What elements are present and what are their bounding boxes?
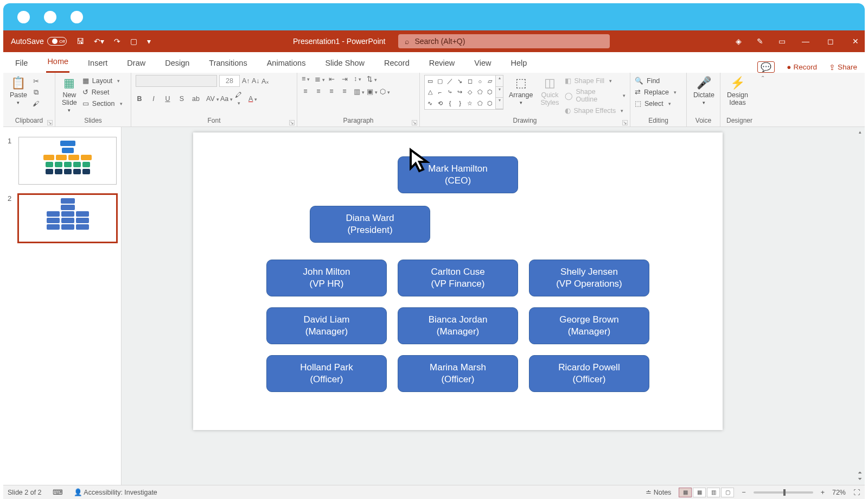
char-spacing-icon[interactable]: AV [206, 95, 214, 103]
tab-help[interactable]: Help [509, 54, 528, 73]
find-button[interactable]: 🔍 Find [635, 76, 660, 85]
align-right-icon[interactable]: ≡ [328, 87, 335, 96]
org-box-officer-2[interactable]: Marina Marsh(Officer) [398, 355, 518, 392]
accessibility-status[interactable]: 👤 Accessibility: Investigate [74, 488, 157, 496]
format-painter-icon[interactable]: 🖌 [33, 100, 40, 108]
text-direction-icon[interactable]: ⇅ [367, 75, 374, 83]
strike-icon[interactable]: S [178, 95, 186, 103]
slideshow-view-icon[interactable]: ▢ [721, 488, 734, 497]
fit-window-icon[interactable]: ⛶ [853, 489, 860, 496]
increase-font-icon[interactable]: A↑ [242, 77, 250, 85]
shape-outline-button[interactable]: ◯ Shape Outline [565, 87, 626, 104]
shapes-scroll[interactable]: ▴▾▾ [496, 75, 503, 110]
reset-button[interactable]: ↺ Reset [82, 87, 123, 97]
decrease-font-icon[interactable]: A↓ [252, 77, 259, 85]
redo-icon[interactable]: ↷ [114, 37, 120, 46]
tab-record[interactable]: Record [383, 54, 411, 73]
select-button[interactable]: ⬚ Select [635, 99, 671, 108]
bold-icon[interactable]: B [136, 95, 143, 103]
shapes-gallery[interactable]: ▭▢／↘◻○▱ △⌐⤷↪◇⬠⬡ ∿⟲{}☆⬠⬡ [424, 75, 496, 110]
org-box-officer-3[interactable]: Ricardo Powell(Officer) [529, 355, 649, 392]
tab-slideshow[interactable]: Slide Show [324, 54, 366, 73]
language-icon[interactable]: ⌨ [53, 488, 63, 496]
drawing-launcher[interactable]: ↘ [622, 120, 628, 125]
font-size-select[interactable]: 28 [219, 75, 240, 87]
bullets-icon[interactable]: ≡ [302, 75, 309, 83]
org-box-vp-ops[interactable]: Shelly Jensen(VP Operations) [529, 260, 649, 296]
increase-indent-icon[interactable]: ⇥ [341, 75, 348, 83]
comments-icon[interactable]: 💬 [757, 61, 775, 73]
layout-button[interactable]: ▦ Layout [82, 76, 123, 85]
paragraph-launcher[interactable]: ↘ [412, 120, 417, 125]
notes-button[interactable]: ≐ Notes [646, 488, 671, 496]
design-ideas-button[interactable]: ⚡ Design Ideas [725, 75, 750, 108]
org-box-officer-1[interactable]: Holland Park(Officer) [266, 355, 387, 392]
undo-icon[interactable]: ↶▾ [94, 37, 104, 46]
decrease-indent-icon[interactable]: ⇤ [328, 75, 335, 83]
change-case-icon[interactable]: Aa [220, 95, 228, 103]
slide-thumbnail-2[interactable] [18, 194, 117, 242]
paste-button[interactable]: 📋 Paste ▾ [8, 75, 29, 106]
qat-more-icon[interactable]: ▾ [147, 37, 151, 46]
mac-close-dot[interactable] [17, 11, 30, 23]
next-slide-icon[interactable]: ⏷ [856, 476, 864, 483]
columns-icon[interactable]: ▥ [354, 87, 361, 96]
vertical-scrollbar[interactable]: ▴ ⏶ ⏷ [856, 129, 864, 483]
org-box-mgr-1[interactable]: David Liam(Manager) [266, 307, 387, 344]
italic-icon[interactable]: I [150, 95, 157, 103]
zoom-out-icon[interactable]: − [742, 489, 745, 496]
share-button[interactable]: ⇪ Share [829, 63, 857, 72]
tab-transitions[interactable]: Transitions [208, 54, 248, 73]
cut-icon[interactable]: ✂ [33, 77, 40, 85]
tab-insert[interactable]: Insert [87, 54, 108, 73]
reading-view-icon[interactable]: ▥ [707, 488, 720, 497]
org-box-president[interactable]: Diana Ward (President) [310, 206, 430, 243]
section-button[interactable]: ▭ Section [82, 99, 123, 108]
maximize-button[interactable]: ◻ [826, 37, 835, 46]
shadow-icon[interactable]: ab [192, 95, 200, 103]
collapse-ribbon-icon[interactable]: ⌃ [761, 75, 765, 81]
record-button[interactable]: ● Record [787, 63, 817, 71]
copy-icon[interactable]: ⧉ [33, 89, 40, 97]
clipboard-launcher[interactable]: ↘ [47, 120, 53, 125]
line-spacing-icon[interactable]: ↕ [354, 75, 361, 83]
font-launcher[interactable]: ↘ [289, 120, 295, 125]
tab-review[interactable]: Review [428, 54, 456, 73]
slide-counter[interactable]: Slide 2 of 2 [8, 489, 42, 496]
smartart-icon[interactable]: ⬡ [380, 87, 387, 96]
tab-file[interactable]: File [14, 54, 29, 73]
zoom-slider[interactable] [754, 491, 813, 494]
org-box-mgr-3[interactable]: George Brown(Manager) [529, 307, 649, 344]
new-slide-button[interactable]: ▦ New Slide ▾ [60, 75, 79, 114]
diamond-icon[interactable]: ◈ [736, 37, 742, 46]
slide-thumbnail-1[interactable] [18, 137, 117, 185]
org-box-vp-hr[interactable]: John Milton(VP HR) [266, 260, 387, 296]
quick-styles-button[interactable]: ◫ Quick Styles [538, 75, 561, 108]
mac-zoom-dot[interactable] [71, 11, 83, 23]
slide-canvas[interactable]: Mark Hamilton (CEO) Diana Ward (Presiden… [193, 132, 723, 430]
shape-effects-button[interactable]: ◐ Shape Effects [565, 106, 626, 115]
mac-minimize-dot[interactable] [44, 11, 56, 23]
align-text-icon[interactable]: ▣ [367, 87, 374, 96]
thumbnail-pane[interactable]: 1 [3, 127, 122, 485]
sorter-view-icon[interactable]: ▦ [693, 488, 706, 497]
tab-design[interactable]: Design [164, 54, 190, 73]
underline-icon[interactable]: U [164, 95, 171, 103]
zoom-level[interactable]: 72% [832, 489, 846, 496]
search-input[interactable]: ⌕ Search (Alt+Q) [398, 34, 610, 48]
ribbon-display-icon[interactable]: ▭ [778, 37, 786, 46]
autosave-toggle[interactable]: Off [47, 37, 67, 46]
clear-format-icon[interactable]: Aₓ [261, 77, 269, 85]
shape-fill-button[interactable]: ◧ Shape Fill [565, 76, 626, 85]
justify-icon[interactable]: ≡ [341, 87, 348, 96]
present-icon[interactable]: ▢ [130, 37, 137, 46]
tab-draw[interactable]: Draw [126, 54, 146, 73]
brush-icon[interactable]: ✎ [757, 37, 763, 46]
tab-animations[interactable]: Animations [266, 54, 307, 73]
zoom-in-icon[interactable]: + [821, 489, 825, 496]
align-left-icon[interactable]: ≡ [302, 87, 309, 96]
dictate-button[interactable]: 🎤 Dictate▾ [691, 75, 717, 106]
tab-home[interactable]: Home [46, 53, 69, 73]
numbering-icon[interactable]: ≣ [315, 75, 322, 83]
arrange-button[interactable]: ⬚ Arrange▾ [507, 75, 535, 106]
